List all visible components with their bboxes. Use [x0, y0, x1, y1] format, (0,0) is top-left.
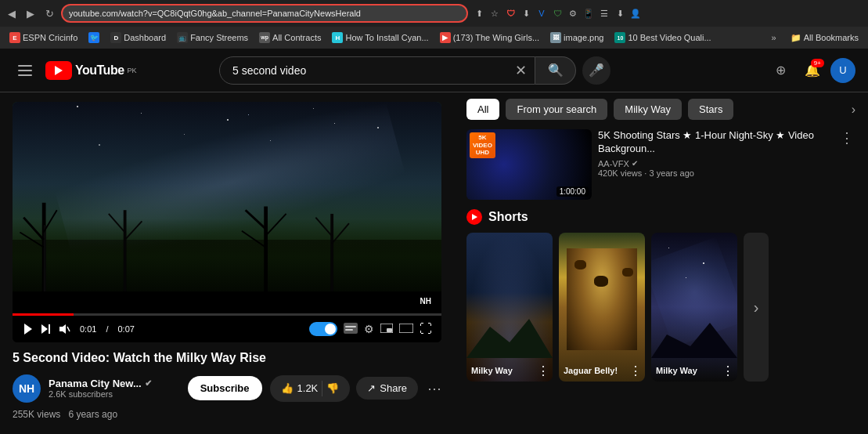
theater-button[interactable] — [399, 323, 413, 335]
download-mgr-icon[interactable]: ⬇ — [614, 7, 626, 20]
time-ago: 6 years ago — [68, 409, 117, 420]
short-card-2[interactable]: ⋮ Jaguar Belly! — [559, 233, 645, 382]
share-button[interactable]: ↗ Share — [356, 377, 418, 400]
related-channel-text: AA-VFX — [598, 159, 629, 168]
folder-icon: 📁 — [791, 33, 801, 43]
short-card-3[interactable]: ⋮ Milky Way — [651, 233, 737, 382]
bookmark-10best[interactable]: 10 10 Best Video Quali... — [610, 31, 715, 45]
video-display: NH — [13, 102, 441, 313]
bookmark-image[interactable]: 🖼 image.png — [546, 31, 608, 45]
bookmark-dashboard-label: Dashboard — [124, 33, 166, 42]
filter-all[interactable]: All — [466, 99, 499, 120]
short-3-label: Milky Way — [656, 366, 733, 375]
bookmark-twitter[interactable]: 🐦 — [84, 31, 104, 45]
avatar[interactable]: U — [830, 58, 855, 83]
svg-rect-15 — [13, 291, 441, 313]
notification-button[interactable]: 🔔 9+ — [799, 57, 826, 84]
shorts-section-header: Shorts — [466, 209, 855, 225]
short-card-1[interactable]: ⋮ Milky Way — [466, 233, 553, 382]
contracts-favicon: wp — [259, 32, 270, 43]
settings-button[interactable]: ⚙ — [364, 323, 374, 335]
ext-icon-2[interactable]: 📱 — [582, 7, 595, 20]
mic-icon: 🎤 — [589, 63, 604, 78]
channel-avatar[interactable]: NH — [13, 374, 41, 403]
bookmark-dashboard[interactable]: D Dashboard — [106, 31, 171, 45]
search-icon: 🔍 — [548, 63, 564, 78]
bookmark-wing[interactable]: ▶ (173) The Wing Girls... — [435, 31, 544, 45]
toggle-dot — [325, 324, 336, 335]
shorts-next-button[interactable]: › — [744, 233, 769, 382]
search-clear-button[interactable]: ✕ — [507, 62, 535, 79]
bookmark-10best-label: 10 Best Video Quali... — [628, 33, 711, 42]
youtube-page: YouTube PK ✕ 🔍 🎤 ⊕ 🔔 9+ U — [0, 49, 868, 434]
next-button[interactable] — [41, 324, 52, 335]
browser-top-bar: ◀ ▶ ↻ youtube.com/watch?v=QC8iQqtG0hg&ab… — [0, 0, 868, 27]
bookmark-fancy-label: Fancy Streems — [190, 33, 248, 42]
menu-line-3 — [18, 74, 32, 76]
more-options-button[interactable]: ⋯ — [427, 380, 441, 397]
url-text: youtube.com/watch?v=QC8iQqtG0hg&ab_chann… — [69, 9, 361, 18]
video-title: 5 Second Video: Watch the Milky Way Rise — [13, 350, 441, 367]
adblock-icon[interactable]: 🛡 — [504, 7, 517, 20]
volume-button[interactable] — [58, 323, 70, 335]
notification-badge: 9+ — [811, 59, 824, 67]
related-video-item[interactable]: 5KVIDEOUHD 1:00:00 5K Shooting Stars ★ 1… — [466, 129, 855, 200]
youtube-logo[interactable]: YouTube PK — [45, 61, 137, 80]
cyan-favicon: H — [332, 32, 343, 43]
like-button[interactable]: 👍 1.2K 👎 — [270, 375, 351, 402]
short-1-label: Milky Way — [471, 366, 548, 375]
related-time-ago: 3 years ago — [649, 168, 693, 178]
menu-button[interactable] — [13, 58, 38, 83]
filter-milkyway[interactable]: Milky Way — [614, 99, 682, 120]
forward-button[interactable]: ▶ — [23, 6, 38, 20]
ext-icon-1[interactable]: ⚙ — [567, 7, 579, 20]
bookmark-cyan[interactable]: H How To Install Cyan... — [327, 31, 433, 45]
youtube-header: YouTube PK ✕ 🔍 🎤 ⊕ 🔔 9+ U — [0, 49, 868, 92]
short-1-glow — [466, 233, 553, 382]
bookmark-contracts-label: All Contracts — [272, 33, 321, 42]
subscribe-button[interactable]: Subscribe — [188, 376, 262, 400]
svg-line-14 — [332, 223, 349, 244]
fullscreen-button[interactable]: ⛶ — [420, 322, 432, 336]
svg-rect-1 — [44, 225, 46, 298]
star-icon[interactable]: ☆ — [488, 7, 501, 20]
svg-rect-18 — [49, 324, 50, 334]
refresh-button[interactable]: ↻ — [42, 6, 56, 20]
autoplay-toggle-wrap — [309, 322, 337, 336]
search-input[interactable] — [220, 58, 507, 83]
create-icon: ⊕ — [776, 63, 786, 78]
vpn-icon[interactable]: V — [535, 7, 548, 20]
share-icon[interactable]: ⬆ — [473, 7, 485, 20]
video-info: 5 Second Video: Watch the Milky Way Rise… — [13, 350, 441, 420]
bookmark-fancy[interactable]: 📺 Fancy Streems — [172, 31, 253, 45]
filter-more-button[interactable]: › — [852, 103, 855, 117]
miniplayer-button[interactable] — [380, 323, 393, 335]
video-section: NH — [0, 92, 454, 434]
create-button[interactable]: ⊕ — [768, 57, 794, 84]
all-bookmarks-button[interactable]: 📁 All Bookmarks — [786, 31, 863, 45]
profile-icon[interactable]: 👤 — [629, 7, 642, 20]
back-button[interactable]: ◀ — [5, 6, 19, 20]
search-submit-button[interactable]: 🔍 — [535, 56, 576, 85]
main-content: NH — [0, 92, 868, 434]
bookmark-contracts[interactable]: wp All Contracts — [254, 31, 326, 45]
shield-icon[interactable]: 🛡 — [551, 7, 564, 20]
like-count: 1.2K — [297, 382, 319, 394]
ext-icon-3[interactable]: ☰ — [598, 7, 610, 20]
bookmark-cyan-label: How To Install Cyan... — [345, 33, 428, 42]
browser-chrome: ◀ ▶ ↻ youtube.com/watch?v=QC8iQqtG0hg&ab… — [0, 0, 868, 49]
mic-button[interactable]: 🎤 — [582, 56, 610, 85]
filter-from-search[interactable]: From your search — [506, 99, 607, 120]
bookmark-espn[interactable]: E ESPN Cricinfo — [5, 31, 82, 45]
more-bookmarks-button[interactable]: » — [767, 33, 781, 42]
svg-rect-26 — [399, 324, 413, 333]
related-more-button[interactable]: ⋮ — [838, 129, 855, 146]
filter-stars[interactable]: Stars — [688, 99, 733, 120]
channel-info: Panama City New... ✔ 2.6K subscribers — [49, 378, 180, 399]
autoplay-toggle[interactable] — [309, 322, 337, 336]
video-player[interactable]: NH — [13, 102, 441, 342]
download-icon[interactable]: ⬇ — [520, 7, 532, 20]
subtitles-button[interactable] — [344, 323, 358, 336]
url-bar[interactable]: youtube.com/watch?v=QC8iQqtG0hg&ab_chann… — [61, 4, 468, 23]
play-button[interactable] — [22, 323, 34, 335]
